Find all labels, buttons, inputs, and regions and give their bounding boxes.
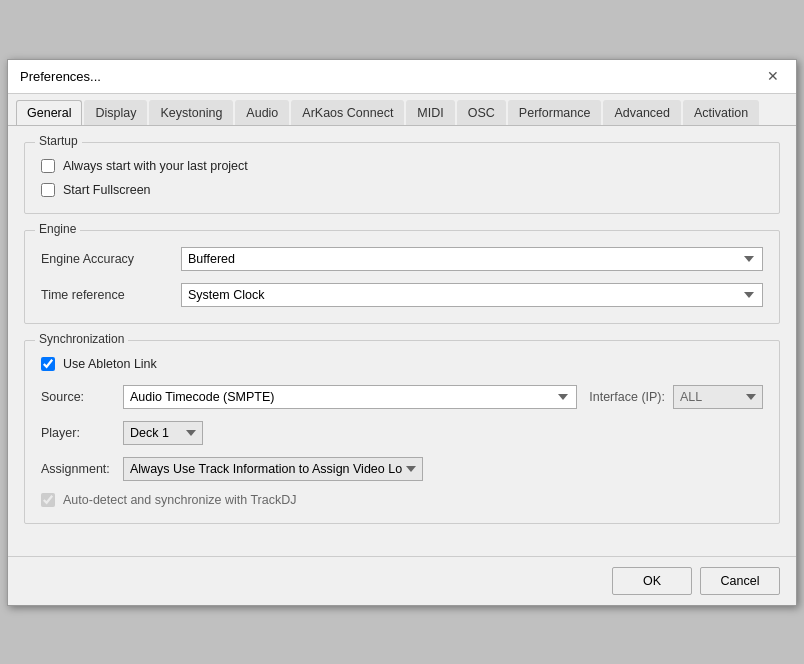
ableton-link-row: Use Ableton Link	[41, 357, 763, 371]
tabs-bar: General Display Keystoning Audio ArKaos …	[8, 94, 796, 126]
auto-detect-checkbox	[41, 493, 55, 507]
tab-osc[interactable]: OSC	[457, 100, 506, 125]
cancel-button[interactable]: Cancel	[700, 567, 780, 595]
content-area: Startup Always start with your last proj…	[8, 126, 796, 556]
source-label: Source:	[41, 390, 111, 404]
tab-display[interactable]: Display	[84, 100, 147, 125]
tab-arkaos-connect[interactable]: ArKaos Connect	[291, 100, 404, 125]
assignment-select[interactable]: Always Use Track Information to Assign V…	[123, 457, 423, 481]
ok-button[interactable]: OK	[612, 567, 692, 595]
assignment-label: Assignment:	[41, 462, 111, 476]
start-fullscreen-checkbox[interactable]	[41, 183, 55, 197]
title-bar: Preferences... ✕	[8, 60, 796, 94]
tab-general[interactable]: General	[16, 100, 82, 125]
engine-section: Engine Engine Accuracy Buffered Standard…	[24, 230, 780, 324]
ableton-link-label: Use Ableton Link	[63, 357, 157, 371]
start-fullscreen-row: Start Fullscreen	[41, 183, 763, 197]
interface-ip-group: Interface (IP): ALL 127.0.0.1	[589, 385, 763, 409]
engine-accuracy-label: Engine Accuracy	[41, 252, 181, 266]
dialog-title: Preferences...	[20, 69, 101, 84]
time-reference-label: Time reference	[41, 288, 181, 302]
sync-section-title: Synchronization	[35, 332, 128, 346]
ableton-link-checkbox[interactable]	[41, 357, 55, 371]
synchronization-section: Synchronization Use Ableton Link Source:…	[24, 340, 780, 524]
auto-detect-label: Auto-detect and synchronize with TrackDJ	[63, 493, 296, 507]
player-label: Player:	[41, 426, 111, 440]
engine-accuracy-select[interactable]: Buffered Standard High	[181, 247, 763, 271]
tab-audio[interactable]: Audio	[235, 100, 289, 125]
start-fullscreen-label: Start Fullscreen	[63, 183, 151, 197]
startup-section-title: Startup	[35, 134, 82, 148]
auto-detect-row: Auto-detect and synchronize with TrackDJ	[41, 493, 763, 507]
close-button[interactable]: ✕	[762, 65, 784, 87]
source-row: Source: Audio Timecode (SMPTE) MIDI Cloc…	[41, 385, 763, 409]
interface-ip-label: Interface (IP):	[589, 390, 665, 404]
startup-section: Startup Always start with your last proj…	[24, 142, 780, 214]
tab-performance[interactable]: Performance	[508, 100, 602, 125]
player-select[interactable]: Deck 1 Deck 2 Deck 3	[123, 421, 203, 445]
preferences-dialog: Preferences... ✕ General Display Keyston…	[7, 59, 797, 606]
interface-ip-select[interactable]: ALL 127.0.0.1	[673, 385, 763, 409]
source-select[interactable]: Audio Timecode (SMPTE) MIDI Clock Manual	[123, 385, 577, 409]
tab-keystoning[interactable]: Keystoning	[149, 100, 233, 125]
always-start-checkbox[interactable]	[41, 159, 55, 173]
tab-advanced[interactable]: Advanced	[603, 100, 681, 125]
tab-activation[interactable]: Activation	[683, 100, 759, 125]
assignment-row: Assignment: Always Use Track Information…	[41, 457, 763, 481]
footer: OK Cancel	[8, 556, 796, 605]
time-reference-row: Time reference System Clock MIDI Clock A…	[41, 283, 763, 307]
tab-midi[interactable]: MIDI	[406, 100, 454, 125]
player-row: Player: Deck 1 Deck 2 Deck 3	[41, 421, 763, 445]
time-reference-select[interactable]: System Clock MIDI Clock Audio Clock	[181, 283, 763, 307]
always-start-label: Always start with your last project	[63, 159, 248, 173]
engine-section-title: Engine	[35, 222, 80, 236]
engine-accuracy-row: Engine Accuracy Buffered Standard High	[41, 247, 763, 271]
always-start-row: Always start with your last project	[41, 159, 763, 173]
